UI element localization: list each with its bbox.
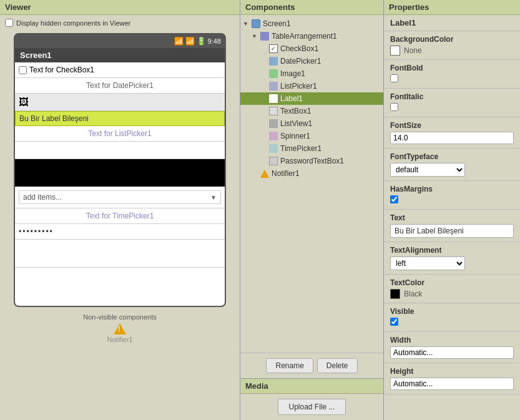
icon-timepicker	[268, 144, 278, 154]
prop-text-value-6[interactable]: Bu Bir Label Bileşeni	[390, 224, 514, 238]
prop-input-11[interactable]	[390, 378, 514, 390]
rename-button[interactable]: Rename	[266, 358, 313, 373]
prop-input-10[interactable]	[390, 346, 514, 359]
datepicker1-row[interactable]: Text for DatePicker1	[15, 78, 225, 94]
tree-label-image1: Image1	[280, 69, 305, 78]
label1-text: Bu Bir Label Bileşeni	[19, 114, 89, 123]
tree-item-passwordtextbox1[interactable]: PasswordTextBox1	[240, 155, 383, 167]
notifier-label: Notifier1	[107, 336, 133, 343]
media-content: Upload File ...	[240, 394, 383, 420]
spinner1-arrow: ▼	[210, 194, 217, 201]
delete-button[interactable]: Delete	[317, 358, 358, 373]
phone-content: Text for CheckBox1 Text for DatePicker1 …	[15, 62, 225, 306]
prop-label-2: FontItalic	[390, 92, 514, 101]
tree-label-listview1: ListView1	[280, 119, 312, 128]
timepicker1-row[interactable]: Text for TimePicker1	[15, 208, 225, 224]
prop-group-height: Height	[384, 363, 520, 394]
icon-label: A	[268, 94, 278, 104]
icon-listview	[268, 119, 278, 129]
image1-row: 🖼	[15, 94, 225, 111]
color-swatch-8[interactable]	[390, 289, 400, 299]
prop-label-8: TextColor	[390, 278, 514, 287]
prop-select-4[interactable]: defaultserifsans serifmonospace	[390, 163, 465, 177]
properties-panel: Properties Label1 BackgroundColorNoneFon…	[384, 0, 520, 420]
color-value-0: None	[404, 46, 422, 55]
prop-group-text: TextBu Bir Label Bileşeni	[384, 210, 520, 242]
tree-label-spinner1: Spinner1	[280, 132, 310, 140]
tree-label-label1: Label1	[280, 94, 303, 103]
label1-row[interactable]: Bu Bir Label Bileşeni	[15, 111, 225, 126]
tree-item-screen1[interactable]: ▼Screen1	[240, 17, 383, 30]
tree-item-datepicker1[interactable]: DatePicker1	[240, 55, 383, 67]
battery-icon: 🔋	[197, 37, 206, 46]
property-groups: BackgroundColorNoneFontBoldFontItalicFon…	[384, 31, 520, 394]
passwordtextbox1-text: •••••••••	[19, 227, 54, 236]
viewer-panel: Viewer Display hidden components in View…	[0, 0, 240, 420]
tree-item-checkbox1[interactable]: CheckBox1	[240, 42, 383, 55]
prop-select-7[interactable]: leftcenterright	[390, 256, 465, 270]
spinner1-text: add items...	[23, 193, 62, 202]
prop-checkbox-1[interactable]	[390, 74, 398, 82]
tree-item-tablearrangement1[interactable]: ▼TableArrangement1	[240, 30, 383, 42]
textbox1-row[interactable]	[15, 142, 225, 159]
prop-group-textalignment: TextAlignmentleftcenterright	[384, 242, 520, 275]
tree-label-textbox1: TextBox1	[280, 107, 311, 115]
tree-label-notifier1: Notifier1	[272, 169, 300, 178]
timepicker1-text: Text for TimePicker1	[86, 212, 154, 220]
properties-header: Properties	[384, 0, 520, 15]
component-name: Label1	[384, 15, 520, 31]
textbox2-row[interactable]	[15, 240, 225, 268]
upload-button[interactable]: Upload File ...	[278, 399, 345, 415]
listpicker1-row[interactable]: Text for ListPicker1	[15, 126, 225, 142]
prop-checkbox-2[interactable]	[390, 103, 398, 111]
prop-row-color-0: None	[390, 46, 514, 56]
tree-label-passwordtextbox1: PasswordTextBox1	[280, 157, 344, 165]
tree-item-textbox1[interactable]: TextBox1	[240, 105, 383, 117]
tree-item-label1[interactable]: ALabel1	[240, 92, 383, 105]
icon-image	[268, 69, 278, 79]
prop-label-1: FontBold	[390, 64, 514, 72]
phone-status-bar: 📶 📶 🔋 9:48	[15, 34, 225, 48]
viewer-options: Display hidden components in Viewer	[0, 15, 240, 31]
passwordtextbox1-row[interactable]: •••••••••	[15, 224, 225, 240]
tree-item-spinner1[interactable]: Spinner1	[240, 130, 383, 142]
image-icon: 🖼	[19, 97, 29, 108]
datepicker1-text: Text for DatePicker1	[86, 81, 154, 90]
prop-group-visible: Visible	[384, 303, 520, 332]
checkbox1-row: Text for CheckBox1	[15, 62, 225, 78]
checkbox1-input[interactable]	[19, 66, 27, 74]
prop-checkbox-5[interactable]	[390, 195, 398, 203]
notifier-warning-icon	[114, 323, 126, 335]
prop-label-0: BackgroundColor	[390, 35, 514, 44]
tree-item-listpicker1[interactable]: ListPicker1	[240, 80, 383, 92]
listview1-row	[15, 159, 225, 187]
wifi-icon: 📶	[174, 37, 184, 46]
tree-item-listview1[interactable]: ListView1	[240, 117, 383, 130]
hidden-components-checkbox[interactable]	[5, 19, 13, 27]
viewer-header: Viewer	[0, 0, 240, 15]
color-value-8: Black	[404, 290, 422, 298]
tree-arrow-screen1: ▼	[243, 21, 249, 27]
prop-group-width: Width	[384, 332, 520, 363]
tree-item-image1[interactable]: Image1	[240, 67, 383, 80]
prop-input-3[interactable]	[390, 132, 514, 144]
tree-label-listpicker1: ListPicker1	[280, 82, 317, 90]
spinner1-row[interactable]: add items... ▼	[19, 190, 221, 204]
prop-label-3: FontSize	[390, 121, 514, 130]
tree-item-timepicker1[interactable]: TimePicker1	[240, 142, 383, 155]
checkbox1-text: Text for CheckBox1	[29, 66, 94, 74]
component-buttons: Rename Delete	[240, 353, 383, 378]
prop-label-9: Visible	[390, 307, 514, 316]
tree-item-notifier1[interactable]: Notifier1	[240, 167, 383, 180]
prop-label-10: Width	[390, 336, 514, 344]
prop-group-fontbold: FontBold	[384, 60, 520, 89]
prop-label-5: HasMargins	[390, 185, 514, 193]
color-swatch-0[interactable]	[390, 46, 400, 56]
icon-listpicker	[268, 81, 278, 91]
tree-label-checkbox1: CheckBox1	[280, 44, 318, 53]
non-visible-section: Non-visible components Notifier1	[0, 310, 240, 347]
icon-table	[260, 31, 270, 41]
notifier-icon-group: Notifier1	[4, 323, 236, 343]
prop-checkbox-9[interactable]	[390, 318, 398, 326]
screen-title: Screen1	[20, 51, 52, 60]
